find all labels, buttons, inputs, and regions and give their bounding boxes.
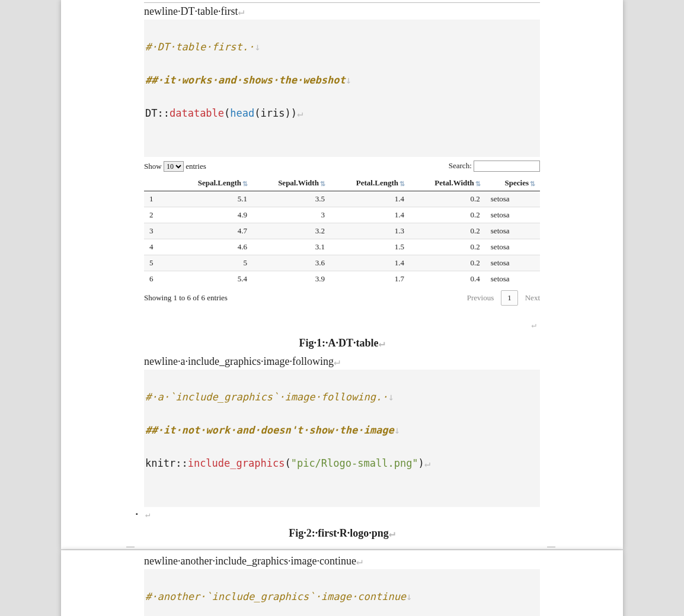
code2-fn: include_graphics [188,457,285,469]
code1-call: head [230,107,254,119]
page-2: newline·another·include_graphics·image·c… [61,550,623,616]
dt-table: Sepal.Length⇅ Sepal.Width⇅ Petal.Length⇅… [144,175,540,287]
dt-header-row: Sepal.Length⇅ Sepal.Width⇅ Petal.Length⇅… [144,175,540,191]
code3-comment1: #·another·`include_graphics`·image·conti… [145,591,406,602]
dt-h1[interactable]: Sepal.Length⇅ [171,175,252,191]
return-glyph: ↵ [356,554,363,567]
code1-open: ( [224,107,230,119]
return-glyph: ↵ [389,527,395,539]
table-row: 44.63.11.50.2setosa [144,239,540,255]
dt-show-post: entries [186,162,206,171]
dt-prev[interactable]: Previous [467,293,494,303]
return-glyph: ↵ [238,5,244,17]
sort-icon: ⇅ [399,180,405,188]
page-1: newline·DT·table·first↵ #·DT·table·first… [61,0,623,549]
sort-icon: ⇅ [530,180,535,188]
lf-glyph: ↓ [394,424,400,436]
dt-search: Search: [449,161,540,172]
code2-comment1: #·a·`include_graphics`·image·following.· [145,391,388,403]
code1-fn: datatable [170,107,224,119]
dt-show-pre: Show [144,162,164,171]
dt-h4[interactable]: Petal.Width⇅ [410,175,485,191]
fig-caption-2: Fig·2:·first·R·logo·png↵ [144,519,540,543]
dt-h2[interactable]: Sepal.Width⇅ [252,175,330,191]
fig-caption-1: Fig·1:·A·DT·table↵ [144,329,540,353]
body-text-1-content: newline·DT·table·first [144,5,238,17]
return-glyph: ↵ [379,336,385,349]
dt-h5[interactable]: Species⇅ [485,175,540,191]
code2-ns: knitr:: [145,457,188,469]
dt-next[interactable]: Next [525,293,540,303]
trailing-return: ↵ [144,306,540,329]
return-glyph: ↵ [297,107,303,119]
dt-page-1[interactable]: 1 [501,290,518,306]
missing-image-placeholder: ▪ ↵ [144,507,540,519]
dt-body: 15.13.51.40.2setosa 24.931.40.2setosa 34… [144,191,540,287]
lf-glyph: ↓ [406,591,412,602]
code-block-3: #·another·`include_graphics`·image·conti… [144,569,540,616]
code2-str: "pic/Rlogo-small.png" [291,457,418,469]
lf-glyph: ↓ [254,41,260,53]
dt-search-label: Search: [449,161,474,170]
body-text-3: newline·another·include_graphics·image·c… [144,553,540,569]
return-glyph: ↵ [145,509,150,519]
list-bullet: ▪ [136,511,138,517]
code1-ns: DT:: [145,107,170,119]
dt-h3[interactable]: Petal.Length⇅ [330,175,410,191]
table-row: 553.61.40.2setosa [144,255,540,271]
dt-length: Show 10 entries [144,161,206,172]
body-text-1: newline·DT·table·first↵ [144,2,540,20]
dt-info: Showing 1 to 6 of 6 entries [144,293,228,303]
return-glyph: ↵ [334,355,340,367]
code2-open: ( [285,457,290,469]
body-text-3-content: newline·another·include_graphics·image·c… [144,555,356,567]
code2-comment2: ##·it·not·work·and·doesn't·show·the·imag… [145,424,394,436]
code-block-1: #·DT·table·first.·↓ ##·it·works·and·show… [144,20,540,157]
return-glyph: ↵ [424,457,430,469]
dt-show-select[interactable]: 10 [164,161,184,172]
table-row: 24.931.40.2setosa [144,207,540,223]
table-row: 65.43.91.70.4setosa [144,271,540,287]
code1-comment1: #·DT·table·first.· [145,41,254,53]
sort-icon: ⇅ [475,180,481,188]
dt-search-input[interactable] [474,161,540,172]
lf-glyph: ↓ [388,391,394,403]
sort-icon: ⇅ [242,180,248,188]
table-row: 34.73.21.30.2setosa [144,223,540,239]
dt-widget: Show 10 entries Search: Sepal.Length⇅ [144,159,540,306]
code2-tail: ) [418,457,424,469]
lf-glyph: ↓ [346,74,351,86]
dt-paginate: Previous 1 Next [467,290,540,306]
code-block-2: #·a·`include_graphics`·image·following.·… [144,370,540,507]
sort-icon: ⇅ [320,180,325,188]
dt-h0[interactable] [144,175,171,191]
code1-tail: (iris)) [254,107,297,119]
body-text-2: newline·a·include_graphics·image·followi… [144,353,540,370]
body-text-2-content: newline·a·include_graphics·image·followi… [144,355,334,367]
table-row: 15.13.51.40.2setosa [144,191,540,207]
code1-comment2: ##·it·works·and·shows·the·webshot [145,74,346,86]
